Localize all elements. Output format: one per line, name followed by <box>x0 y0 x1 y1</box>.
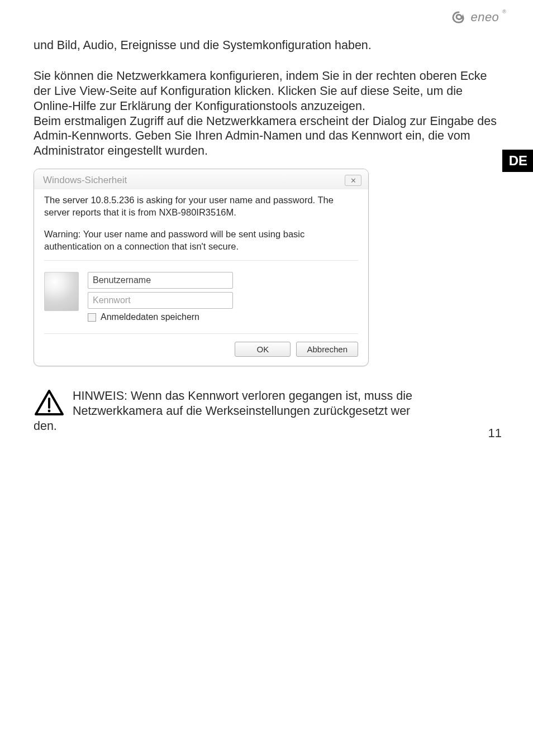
password-field[interactable] <box>88 292 233 309</box>
brand-logo: eneo® <box>451 10 506 25</box>
swirl-icon <box>451 11 467 24</box>
close-icon: ✕ <box>350 176 356 185</box>
ok-button[interactable]: OK <box>235 342 291 357</box>
note-line-2: Netzwerkkamera auf die Werkseinstellunge… <box>73 404 410 418</box>
svg-point-2 <box>48 410 51 413</box>
paragraph-2: Sie können die Netzwerkkamera konfigurie… <box>34 69 499 114</box>
remember-label: Anmeldedaten speichern <box>101 312 199 322</box>
paragraph-3: Beim erstmaligen Zugriff auf die Netzwer… <box>34 114 499 159</box>
dialog-warning: Warning: Your user name and password wil… <box>44 228 358 261</box>
dialog-message: The server 10.8.5.236 is asking for your… <box>44 194 358 219</box>
avatar-icon <box>44 272 79 311</box>
note-line-1: HINWEIS: Wenn das Kennwort verloren gega… <box>73 389 412 403</box>
dialog-title: Windows-Sicherheit <box>43 175 127 186</box>
paragraph-1: und Bild, Audio, Ereignisse und die Syst… <box>34 38 499 53</box>
cancel-button[interactable]: Abbrechen <box>296 342 358 357</box>
warning-icon <box>34 389 65 417</box>
note-line-3: den. <box>34 419 499 434</box>
brand-reg: ® <box>502 9 506 15</box>
brand-name: eneo <box>470 10 499 25</box>
dialog-close-button[interactable]: ✕ <box>345 175 361 186</box>
dialog-titlebar: Windows-Sicherheit ✕ <box>34 169 368 189</box>
note-text: HINWEIS: Wenn das Kennwort verloren gega… <box>73 389 499 434</box>
note-block: HINWEIS: Wenn das Kennwort verloren gega… <box>34 389 499 434</box>
windows-security-dialog: Windows-Sicherheit ✕ The server 10.8.5.2… <box>34 169 369 366</box>
username-field[interactable] <box>88 272 233 289</box>
page-number: 11 <box>488 426 502 441</box>
remember-checkbox[interactable] <box>88 313 96 322</box>
language-tab: DE <box>502 150 533 172</box>
